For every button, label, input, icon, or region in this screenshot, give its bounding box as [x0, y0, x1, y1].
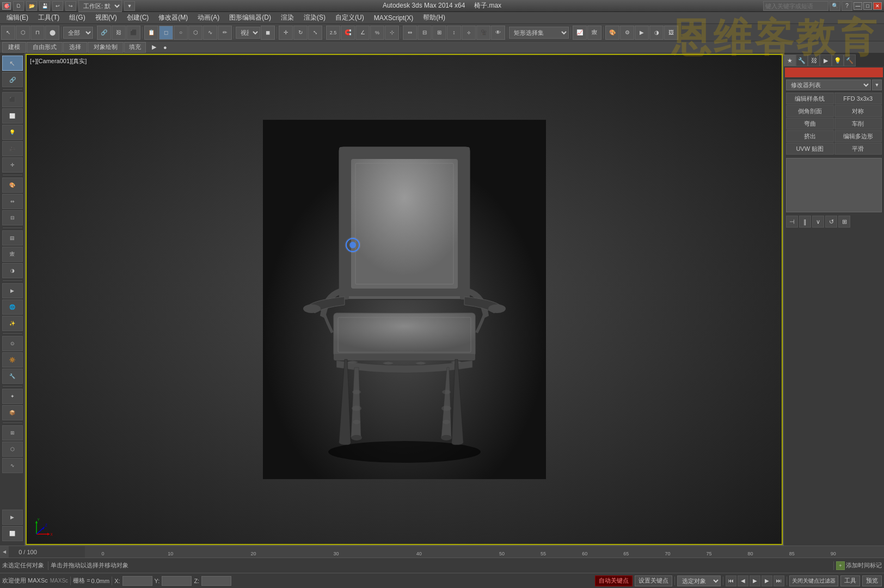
create-camera-tool[interactable]: 🎥	[2, 141, 23, 156]
effects-tool[interactable]: ✨	[2, 316, 23, 331]
create-obj-tool[interactable]: ⬛	[2, 92, 23, 107]
next-frame-btn[interactable]: ▶	[762, 575, 772, 586]
search-btn[interactable]: 🔍	[830, 1, 840, 11]
close-btn[interactable]: ✕	[873, 2, 882, 10]
mod-btn-lathe[interactable]: 车削	[834, 118, 882, 130]
mod-btn-ffd[interactable]: FFD 3x3x3	[834, 93, 882, 105]
menu-edit[interactable]: 编辑(E)	[2, 12, 33, 23]
search-input[interactable]	[763, 1, 828, 11]
material-editor-btn[interactable]: 🎨	[605, 26, 619, 40]
right-tab-display[interactable]: 💡	[832, 54, 844, 66]
menu-render1[interactable]: 渲染	[277, 12, 298, 23]
select-by-color-tool[interactable]: 🎨	[2, 177, 23, 193]
right-tab-motion[interactable]: ▶	[820, 54, 832, 66]
rect-select-btn[interactable]: ◻	[159, 26, 173, 40]
place-highlight-btn[interactable]: ⟡	[462, 26, 476, 40]
curve-editor-btn[interactable]: 📈	[573, 26, 587, 40]
menu-group[interactable]: 组(G)	[65, 12, 89, 23]
normal-align-btn[interactable]: ↕	[447, 26, 461, 40]
mod-settings-btn[interactable]: ‖	[799, 216, 811, 228]
go-start-btn[interactable]: ⏮	[726, 575, 736, 586]
render-setup-btn[interactable]: ⚙	[620, 26, 634, 40]
move-tool[interactable]: ↖	[2, 56, 23, 71]
align-btn[interactable]: ⊟	[418, 26, 432, 40]
undo-btn[interactable]: ↩	[52, 1, 63, 11]
material-tool[interactable]: ◑	[2, 263, 23, 278]
modifier-dropdown-btn[interactable]: ▼	[872, 79, 882, 90]
spinner-snap-btn[interactable]: ⊹	[385, 26, 399, 40]
go-end-btn[interactable]: ⏭	[773, 575, 784, 586]
paint-sel-btn[interactable]: ✏	[218, 26, 232, 40]
viewport-nav2[interactable]: ⬜	[2, 526, 23, 541]
mirror-btn[interactable]: ⇔	[403, 26, 417, 40]
timeline-bar[interactable]: 0 10 20 30 40 50 55 60 65 70 75 80 85 90	[85, 546, 884, 558]
extra-controls2[interactable]: ●	[160, 42, 170, 53]
mod-btn-extrude[interactable]: 挤出	[786, 130, 834, 142]
create-helper-tool[interactable]: ✛	[2, 157, 23, 173]
timeline-scroll-left[interactable]: ◀	[0, 546, 9, 558]
auto-keyframe-btn[interactable]: 自动关键点	[595, 575, 633, 586]
tab-object-paint[interactable]: 对象绘制	[88, 42, 124, 53]
active-shade-btn[interactable]: ◑	[649, 26, 664, 40]
mirror-tool[interactable]: ⇔	[2, 194, 23, 209]
align-camera-btn[interactable]: 🎥	[476, 26, 490, 40]
mod-move-up-btn[interactable]: ↺	[825, 216, 837, 228]
mod-btn-edit-poly[interactable]: 编辑多边形	[834, 130, 882, 142]
extra-tool2[interactable]: ⬡	[2, 442, 23, 457]
create-light-tool[interactable]: 💡	[2, 125, 23, 140]
mod-btn-edit-spline[interactable]: 编辑样条线	[786, 93, 834, 105]
close-keyframe-btn[interactable]: 关闭关键点过滤器	[789, 575, 838, 586]
mod-btn-bevel-profile[interactable]: 倒角剖面	[786, 105, 834, 117]
mod-pin-btn[interactable]: ⊣	[786, 216, 798, 228]
menu-graph-editor[interactable]: 图形编辑器(D)	[225, 12, 275, 23]
bind-to-spacewarp-btn[interactable]: ⬛	[126, 26, 140, 40]
set-keyframe-btn[interactable]: 设置关键点	[635, 575, 672, 586]
render-tool[interactable]: ▶	[2, 283, 23, 298]
view-settings-btn[interactable]: ◼	[261, 26, 275, 40]
quick-render-tool[interactable]: 🔆	[2, 352, 23, 367]
coord-z-input[interactable]	[201, 576, 231, 586]
scale-btn[interactable]: ⤡	[308, 26, 322, 40]
menu-help[interactable]: 帮助(H)	[419, 12, 450, 23]
selection-filter-dropdown[interactable]: 选定对象	[677, 575, 721, 586]
right-tab-create[interactable]: ★	[784, 54, 796, 66]
snap-toggle-btn[interactable]: 🧲	[341, 26, 355, 40]
quick-align-btn[interactable]: ⊞	[432, 26, 446, 40]
rotate-btn[interactable]: ↻	[293, 26, 308, 40]
coord-x-input[interactable]	[122, 576, 152, 586]
mod-btn-symmetry[interactable]: 对称	[834, 105, 882, 117]
layer-manager-tool[interactable]: ▤	[2, 230, 23, 246]
menu-maxscript[interactable]: MAXScript(X)	[370, 13, 418, 23]
app-icon[interactable]: 🎯	[2, 2, 11, 10]
select-by-name-btn[interactable]: 📋	[144, 26, 158, 40]
workspace-dropdown[interactable]: 工作区: 默认	[78, 0, 122, 12]
link-tool[interactable]: 🔗	[2, 72, 23, 87]
extra-controls[interactable]: ▶	[149, 42, 159, 53]
extra-tool3[interactable]: ∿	[2, 458, 23, 473]
isolate-tool[interactable]: ⊙	[2, 336, 23, 351]
utilities-tool[interactable]: 🔧	[2, 369, 23, 384]
percent-snap-btn[interactable]: 2.5	[326, 26, 340, 40]
mod-btn-bend[interactable]: 弯曲	[786, 118, 834, 130]
extra-tool1[interactable]: ⊞	[2, 425, 23, 440]
align-tool[interactable]: ⊟	[2, 210, 23, 225]
right-tab-utility[interactable]: 🔨	[844, 54, 856, 66]
menu-view[interactable]: 视图(V)	[91, 12, 121, 23]
move-btn[interactable]: ✛	[279, 26, 293, 40]
schematic-tool[interactable]: 🕸	[2, 247, 23, 262]
menu-create[interactable]: 创建(C)	[122, 12, 154, 23]
render-last-btn[interactable]: 🖼	[664, 26, 678, 40]
schematic-view-btn[interactable]: 🕸	[587, 26, 601, 40]
new-file-btn[interactable]: 🗋	[13, 1, 24, 11]
create-shape-tool[interactable]: ⬜	[2, 108, 23, 124]
angle-snap-btn[interactable]: ∠	[355, 26, 370, 40]
fence-select-btn[interactable]: ⬡	[188, 26, 202, 40]
save-file-btn[interactable]: 💾	[39, 1, 50, 11]
menu-animation[interactable]: 动画(A)	[193, 12, 224, 23]
mod-btn-smooth[interactable]: 平滑	[834, 143, 882, 155]
view-dropdown[interactable]: 视图	[236, 27, 260, 39]
open-file-btn[interactable]: 📂	[26, 1, 37, 11]
menu-modifier[interactable]: 修改器(M)	[154, 12, 192, 23]
preview-btn[interactable]: 预览	[862, 575, 882, 586]
modifier-list-dropdown[interactable]: 修改器列表	[786, 79, 871, 90]
